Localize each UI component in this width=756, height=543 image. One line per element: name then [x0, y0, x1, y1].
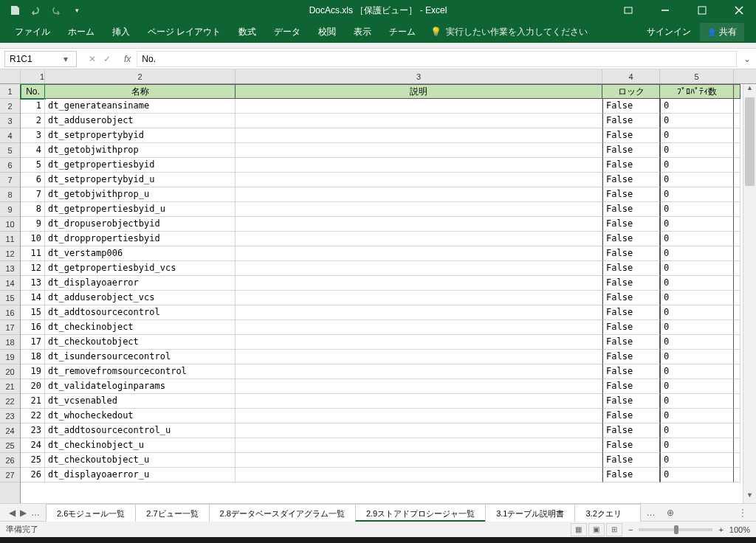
row-header[interactable]: 14 — [0, 276, 20, 291]
row-header[interactable]: 11 — [0, 232, 20, 246]
row-header[interactable]: 25 — [0, 438, 20, 453]
tab-formulas[interactable]: 数式 — [230, 21, 265, 43]
row-header[interactable]: 8 — [0, 187, 20, 202]
cell[interactable]: 21 — [21, 394, 45, 409]
cell[interactable] — [236, 291, 602, 305]
cell[interactable]: 0 — [660, 453, 734, 468]
cell[interactable]: dt_adduserobject_vcs — [45, 291, 236, 305]
cell[interactable]: dt_adduserobject — [45, 114, 236, 128]
cell[interactable]: 0 — [660, 217, 734, 232]
cell[interactable] — [734, 379, 740, 394]
cell[interactable]: 26 — [21, 468, 45, 483]
cell[interactable]: False — [602, 128, 660, 143]
cell[interactable]: 23 — [21, 423, 45, 438]
formula-input[interactable] — [137, 51, 737, 67]
cell[interactable] — [734, 453, 740, 468]
cell[interactable]: 4 — [21, 143, 45, 158]
row-header[interactable]: 2 — [0, 99, 20, 114]
cell[interactable]: False — [602, 99, 660, 114]
cell[interactable] — [236, 261, 602, 276]
cell[interactable] — [236, 438, 602, 453]
cell[interactable] — [236, 202, 602, 217]
cell[interactable]: 0 — [660, 143, 734, 158]
sheet-options-icon[interactable]: ⋮ — [732, 508, 753, 518]
cell[interactable]: False — [602, 468, 660, 483]
zoom-thumb[interactable] — [674, 525, 678, 534]
close-icon[interactable] — [722, 0, 756, 21]
page-layout-view-icon[interactable]: ▣ — [588, 523, 605, 536]
cell[interactable] — [236, 305, 602, 320]
tab-view[interactable]: 表示 — [345, 21, 380, 43]
cell[interactable] — [734, 291, 740, 305]
header-cell[interactable]: ﾌﾟﾛﾊﾟﾃｨ数 — [660, 84, 734, 99]
cell[interactable]: False — [602, 202, 660, 217]
cell[interactable] — [734, 99, 740, 114]
cell[interactable] — [236, 468, 602, 483]
page-break-view-icon[interactable]: ⊞ — [606, 523, 622, 536]
sheet-tab[interactable]: 3.1テーブル説明書 — [485, 504, 575, 522]
cell[interactable] — [734, 232, 740, 246]
cell[interactable] — [734, 128, 740, 143]
cell[interactable]: False — [602, 232, 660, 246]
cell[interactable] — [734, 143, 740, 158]
sheet-more-icon[interactable]: … — [640, 508, 661, 518]
cell[interactable] — [236, 423, 602, 438]
cell[interactable]: dt_getobjwithprop_u — [45, 187, 236, 202]
sheet-tab[interactable]: 3.2クエリ説… — [574, 504, 641, 522]
cell[interactable]: 16 — [21, 320, 45, 335]
col-header[interactable]: 4 — [602, 69, 660, 83]
cell[interactable]: False — [602, 276, 660, 291]
cell[interactable]: False — [602, 335, 660, 350]
save-icon[interactable] — [9, 4, 21, 16]
cell[interactable]: 0 — [660, 99, 734, 114]
sheet-nav-prev-icon[interactable]: ◀ — [9, 508, 16, 518]
cell[interactable]: 0 — [660, 335, 734, 350]
cell[interactable] — [734, 335, 740, 350]
cell[interactable]: 0 — [660, 320, 734, 335]
cell[interactable]: 17 — [21, 335, 45, 350]
cell[interactable] — [734, 187, 740, 202]
cell[interactable]: dt_setpropertybyid — [45, 128, 236, 143]
cell[interactable]: 15 — [21, 305, 45, 320]
tab-review[interactable]: 校閲 — [309, 21, 345, 43]
cell[interactable] — [236, 173, 602, 187]
cell[interactable] — [236, 409, 602, 423]
cell[interactable]: False — [602, 364, 660, 379]
cell[interactable] — [734, 320, 740, 335]
cell[interactable]: 0 — [660, 423, 734, 438]
maximize-icon[interactable] — [685, 0, 719, 21]
cell[interactable]: dt_checkoutobject_u — [45, 453, 236, 468]
ribbon-display-icon[interactable] — [611, 0, 645, 21]
header-cell[interactable]: 名称 — [45, 84, 236, 99]
name-box[interactable]: R1C1 ▾ — [4, 51, 77, 67]
cell[interactable]: 0 — [660, 364, 734, 379]
scroll-thumb[interactable] — [745, 97, 755, 186]
select-all-corner[interactable] — [0, 69, 21, 84]
scroll-down-icon[interactable]: ▼ — [743, 491, 756, 503]
cell[interactable] — [734, 114, 740, 128]
cell[interactable]: False — [602, 305, 660, 320]
row-header[interactable]: 1 — [0, 84, 20, 99]
cell[interactable] — [236, 128, 602, 143]
cell[interactable]: dt_checkoutobject — [45, 335, 236, 350]
tab-file[interactable]: ファイル — [6, 21, 59, 43]
cell[interactable] — [734, 158, 740, 173]
cell[interactable]: 3 — [21, 128, 45, 143]
cell[interactable]: 0 — [660, 202, 734, 217]
sheet-nav-next-icon[interactable]: ▶ — [20, 508, 27, 518]
row-header[interactable]: 24 — [0, 423, 20, 438]
cell[interactable] — [734, 173, 740, 187]
cell[interactable]: False — [602, 350, 660, 364]
cell[interactable]: dt_getpropertiesbyid_u — [45, 202, 236, 217]
cell[interactable]: dt_generateansiname — [45, 99, 236, 114]
cell[interactable] — [236, 143, 602, 158]
cell[interactable] — [236, 379, 602, 394]
cell[interactable] — [236, 276, 602, 291]
row-header[interactable]: 3 — [0, 114, 20, 128]
cell[interactable]: 8 — [21, 202, 45, 217]
sheet-nav-more-icon[interactable]: … — [31, 508, 40, 518]
cell[interactable]: dt_setpropertybyid_u — [45, 173, 236, 187]
cell[interactable] — [236, 394, 602, 409]
cell[interactable]: dt_displayoaerror — [45, 276, 236, 291]
cell[interactable]: 0 — [660, 246, 734, 261]
